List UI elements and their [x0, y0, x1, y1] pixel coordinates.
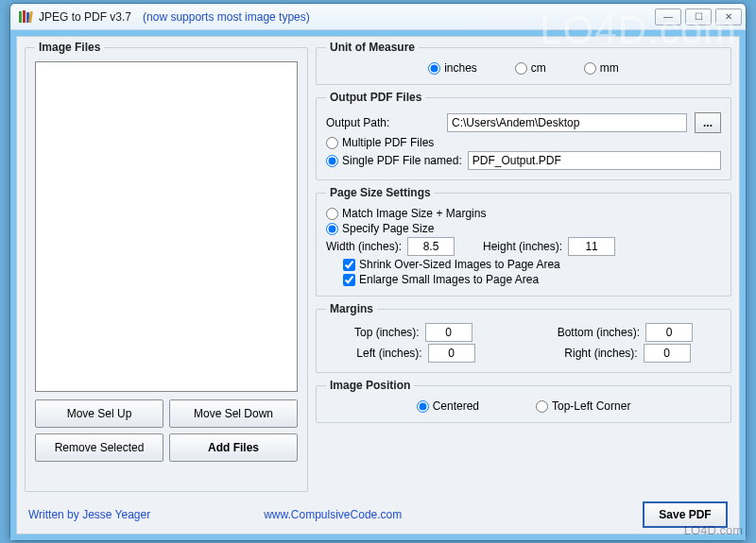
multiple-pdf-radio[interactable]: Multiple PDF Files [326, 136, 434, 149]
page-size-group: Page Size Settings Match Image Size + Ma… [316, 186, 731, 297]
single-pdf-radio[interactable]: Single PDF File named: [326, 154, 462, 167]
enlarge-label: Enlarge Small Images to Page Area [359, 273, 539, 286]
image-position-legend: Image Position [326, 379, 414, 392]
height-input[interactable] [568, 237, 615, 256]
app-window: JPEG to PDF v3.7 (now supports most imag… [9, 3, 747, 541]
margin-right-input[interactable] [644, 344, 691, 363]
window-subtitle: (now supports most image types) [143, 10, 310, 24]
unit-cm-radio[interactable]: cm [515, 61, 546, 75]
minimize-button[interactable]: — [655, 8, 681, 25]
match-size-label: Match Image Size + Margins [342, 207, 486, 220]
margins-legend: Margins [326, 302, 377, 315]
margins-group: Margins Top (inches): Bottom (inches): [316, 302, 731, 373]
width-label: Width (inches): [326, 240, 402, 253]
unit-mm-label: mm [600, 61, 619, 75]
unit-legend: Unit of Measure [326, 41, 419, 54]
match-size-radio[interactable]: Match Image Size + Margins [326, 207, 486, 220]
file-list[interactable] [35, 61, 298, 392]
close-button[interactable]: ✕ [715, 8, 742, 25]
centered-radio[interactable]: Centered [417, 399, 479, 413]
svg-rect-1 [23, 10, 26, 23]
unit-inches-radio[interactable]: inches [428, 61, 477, 75]
specify-size-label: Specify Page Size [342, 222, 434, 235]
specify-size-radio[interactable]: Specify Page Size [326, 222, 434, 235]
move-up-button[interactable]: Move Sel Up [35, 399, 163, 428]
single-pdf-name-input[interactable] [468, 151, 721, 170]
shrink-label: Shrink Over-Sized Images to Page Area [359, 258, 560, 271]
move-down-button[interactable]: Move Sel Down [169, 399, 298, 428]
margin-left-label: Left (inches): [356, 347, 421, 360]
margin-left-input[interactable] [428, 344, 475, 363]
image-files-group: Image Files Move Sel Up Move Sel Down Re… [25, 41, 308, 492]
unit-of-measure-group: Unit of Measure inches cm mm [316, 41, 731, 85]
margin-top-input[interactable] [425, 323, 472, 342]
width-input[interactable] [407, 237, 455, 256]
remove-selected-button[interactable]: Remove Selected [35, 433, 163, 462]
titlebar[interactable]: JPEG to PDF v3.7 (now supports most imag… [10, 4, 746, 30]
maximize-button[interactable]: ☐ [685, 8, 712, 25]
site-link[interactable]: www.CompulsiveCode.com [264, 508, 402, 521]
height-label: Height (inches): [483, 240, 562, 253]
margin-bottom-input[interactable] [645, 323, 693, 342]
browse-button[interactable]: ... [695, 112, 721, 133]
svg-rect-0 [19, 11, 22, 23]
output-path-label: Output Path: [326, 116, 439, 129]
output-legend: Output PDF Files [326, 91, 425, 104]
output-pdf-group: Output PDF Files Output Path: ... Multip… [316, 91, 731, 180]
margin-bottom-label: Bottom (inches): [558, 326, 640, 339]
image-position-group: Image Position Centered Top-Left Corner [316, 379, 731, 423]
multiple-pdf-label: Multiple PDF Files [342, 136, 434, 149]
centered-label: Centered [433, 399, 479, 413]
unit-mm-radio[interactable]: mm [584, 61, 619, 75]
app-icon [18, 9, 33, 25]
margin-right-label: Right (inches): [564, 347, 637, 360]
enlarge-checkbox[interactable]: Enlarge Small Images to Page Area [343, 273, 539, 286]
margin-top-label: Top (inches): [354, 326, 420, 339]
single-pdf-label: Single PDF File named: [342, 154, 462, 167]
unit-cm-label: cm [531, 61, 546, 75]
top-left-radio[interactable]: Top-Left Corner [536, 399, 630, 413]
shrink-checkbox[interactable]: Shrink Over-Sized Images to Page Area [343, 258, 560, 271]
output-path-input[interactable] [447, 113, 687, 132]
unit-inches-label: inches [444, 61, 477, 75]
author-link[interactable]: Written by Jesse Yeager [28, 508, 150, 521]
save-pdf-button[interactable]: Save PDF [643, 501, 728, 528]
add-files-button[interactable]: Add Files [169, 433, 298, 462]
window-title: JPEG to PDF v3.7 [39, 10, 131, 24]
page-size-legend: Page Size Settings [326, 186, 435, 199]
image-files-legend: Image Files [35, 41, 104, 54]
top-left-label: Top-Left Corner [552, 399, 630, 413]
